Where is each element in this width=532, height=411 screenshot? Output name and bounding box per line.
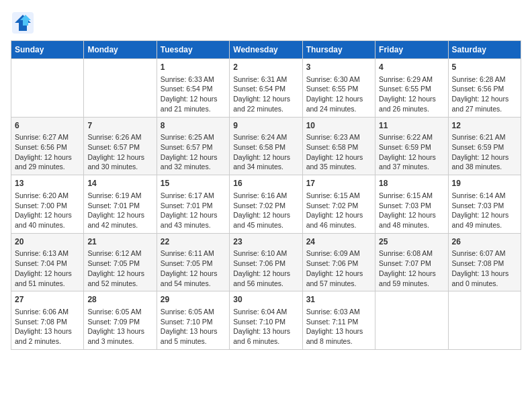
- calendar-cell: 7Sunrise: 6:26 AM Sunset: 6:57 PM Daylig…: [84, 117, 157, 175]
- day-number: 28: [87, 294, 152, 306]
- day-number: 10: [306, 120, 371, 132]
- day-info: Sunrise: 6:05 AM Sunset: 7:09 PM Dayligh…: [87, 307, 152, 347]
- day-info: Sunrise: 6:11 AM Sunset: 7:05 PM Dayligh…: [161, 248, 226, 288]
- calendar-cell: 23Sunrise: 6:10 AM Sunset: 7:06 PM Dayli…: [230, 233, 302, 291]
- calendar-week-row: 27Sunrise: 6:06 AM Sunset: 7:08 PM Dayli…: [11, 291, 521, 350]
- day-info: Sunrise: 6:05 AM Sunset: 7:10 PM Dayligh…: [161, 307, 226, 347]
- day-number: 16: [233, 178, 298, 189]
- day-info: Sunrise: 6:29 AM Sunset: 6:55 PM Dayligh…: [379, 75, 444, 114]
- day-info: Sunrise: 6:09 AM Sunset: 7:06 PM Dayligh…: [306, 248, 371, 288]
- day-number: 20: [15, 236, 80, 248]
- day-info: Sunrise: 6:15 AM Sunset: 7:02 PM Dayligh…: [306, 191, 371, 230]
- calendar-cell: 10Sunrise: 6:23 AM Sunset: 6:58 PM Dayli…: [302, 117, 375, 175]
- calendar-cell: 17Sunrise: 6:15 AM Sunset: 7:02 PM Dayli…: [302, 175, 375, 234]
- day-info: Sunrise: 6:20 AM Sunset: 7:00 PM Dayligh…: [15, 191, 80, 230]
- calendar-cell: 14Sunrise: 6:19 AM Sunset: 7:01 PM Dayli…: [84, 175, 157, 234]
- calendar-cell: 26Sunrise: 6:07 AM Sunset: 7:08 PM Dayli…: [448, 233, 521, 291]
- calendar-cell: 25Sunrise: 6:08 AM Sunset: 7:07 PM Dayli…: [375, 233, 448, 291]
- logo: [11, 11, 38, 35]
- calendar-cell: 30Sunrise: 6:04 AM Sunset: 7:10 PM Dayli…: [230, 291, 302, 350]
- day-of-week-header: Wednesday: [230, 41, 302, 59]
- day-info: Sunrise: 6:08 AM Sunset: 7:07 PM Dayligh…: [379, 248, 444, 288]
- day-number: 23: [233, 236, 298, 248]
- calendar-cell: 8Sunrise: 6:25 AM Sunset: 6:57 PM Daylig…: [157, 117, 229, 175]
- day-info: Sunrise: 6:28 AM Sunset: 6:56 PM Dayligh…: [452, 75, 517, 114]
- day-info: Sunrise: 6:21 AM Sunset: 6:59 PM Dayligh…: [452, 132, 517, 172]
- day-info: Sunrise: 6:27 AM Sunset: 6:56 PM Dayligh…: [15, 132, 80, 172]
- day-info: Sunrise: 6:13 AM Sunset: 7:04 PM Dayligh…: [15, 248, 80, 288]
- day-info: Sunrise: 6:33 AM Sunset: 6:54 PM Dayligh…: [161, 75, 226, 114]
- day-number: 24: [306, 236, 371, 248]
- calendar-cell: 19Sunrise: 6:14 AM Sunset: 7:03 PM Dayli…: [448, 175, 521, 234]
- day-number: 1: [161, 62, 226, 73]
- day-number: 12: [452, 120, 517, 132]
- day-info: Sunrise: 6:12 AM Sunset: 7:05 PM Dayligh…: [87, 248, 152, 288]
- day-number: 31: [306, 294, 371, 306]
- calendar-cell: [11, 59, 84, 118]
- calendar-cell: 31Sunrise: 6:03 AM Sunset: 7:11 PM Dayli…: [302, 291, 375, 350]
- day-number: 9: [233, 120, 298, 132]
- day-number: 15: [161, 178, 226, 189]
- day-number: 2: [233, 62, 298, 73]
- day-info: Sunrise: 6:30 AM Sunset: 6:55 PM Dayligh…: [306, 75, 371, 114]
- calendar-cell: 4Sunrise: 6:29 AM Sunset: 6:55 PM Daylig…: [375, 59, 448, 118]
- calendar-cell: 11Sunrise: 6:22 AM Sunset: 6:59 PM Dayli…: [375, 117, 448, 175]
- calendar-cell: 24Sunrise: 6:09 AM Sunset: 7:06 PM Dayli…: [302, 233, 375, 291]
- day-of-week-header: Sunday: [11, 41, 84, 59]
- day-number: 7: [87, 120, 152, 132]
- calendar-cell: 28Sunrise: 6:05 AM Sunset: 7:09 PM Dayli…: [84, 291, 157, 350]
- day-number: 11: [379, 120, 444, 132]
- day-info: Sunrise: 6:07 AM Sunset: 7:08 PM Dayligh…: [452, 248, 517, 288]
- day-of-week-header: Tuesday: [157, 41, 229, 59]
- calendar-cell: 18Sunrise: 6:15 AM Sunset: 7:03 PM Dayli…: [375, 175, 448, 234]
- day-info: Sunrise: 6:10 AM Sunset: 7:06 PM Dayligh…: [233, 248, 298, 288]
- day-number: 19: [452, 178, 517, 189]
- calendar-header-row: SundayMondayTuesdayWednesdayThursdayFrid…: [11, 41, 521, 59]
- day-number: 25: [379, 236, 444, 248]
- day-info: Sunrise: 6:03 AM Sunset: 7:11 PM Dayligh…: [306, 307, 371, 347]
- page-header: [11, 11, 521, 35]
- day-info: Sunrise: 6:17 AM Sunset: 7:01 PM Dayligh…: [161, 191, 226, 230]
- calendar-cell: 5Sunrise: 6:28 AM Sunset: 6:56 PM Daylig…: [448, 59, 521, 118]
- calendar-cell: 16Sunrise: 6:16 AM Sunset: 7:02 PM Dayli…: [230, 175, 302, 234]
- day-number: 5: [452, 62, 517, 73]
- calendar-cell: [448, 291, 521, 350]
- calendar-cell: 13Sunrise: 6:20 AM Sunset: 7:00 PM Dayli…: [11, 175, 84, 234]
- calendar-cell: 3Sunrise: 6:30 AM Sunset: 6:55 PM Daylig…: [302, 59, 375, 118]
- day-info: Sunrise: 6:06 AM Sunset: 7:08 PM Dayligh…: [15, 307, 80, 347]
- day-of-week-header: Friday: [375, 41, 448, 59]
- calendar-cell: 22Sunrise: 6:11 AM Sunset: 7:05 PM Dayli…: [157, 233, 229, 291]
- day-of-week-header: Monday: [84, 41, 157, 59]
- day-number: 29: [161, 294, 226, 306]
- calendar-cell: 1Sunrise: 6:33 AM Sunset: 6:54 PM Daylig…: [157, 59, 229, 118]
- day-number: 26: [452, 236, 517, 248]
- day-number: 21: [87, 236, 152, 248]
- calendar-cell: 27Sunrise: 6:06 AM Sunset: 7:08 PM Dayli…: [11, 291, 84, 350]
- day-info: Sunrise: 6:26 AM Sunset: 6:57 PM Dayligh…: [87, 132, 152, 172]
- calendar-cell: 29Sunrise: 6:05 AM Sunset: 7:10 PM Dayli…: [157, 291, 229, 350]
- day-info: Sunrise: 6:31 AM Sunset: 6:54 PM Dayligh…: [233, 75, 298, 114]
- day-number: 13: [15, 178, 80, 189]
- day-info: Sunrise: 6:16 AM Sunset: 7:02 PM Dayligh…: [233, 191, 298, 230]
- day-number: 27: [15, 294, 80, 306]
- logo-icon: [11, 11, 35, 35]
- calendar-cell: 20Sunrise: 6:13 AM Sunset: 7:04 PM Dayli…: [11, 233, 84, 291]
- calendar-week-row: 1Sunrise: 6:33 AM Sunset: 6:54 PM Daylig…: [11, 59, 521, 118]
- calendar-cell: 9Sunrise: 6:24 AM Sunset: 6:58 PM Daylig…: [230, 117, 302, 175]
- day-info: Sunrise: 6:23 AM Sunset: 6:58 PM Dayligh…: [306, 132, 371, 172]
- day-number: 8: [161, 120, 226, 132]
- calendar-cell: 12Sunrise: 6:21 AM Sunset: 6:59 PM Dayli…: [448, 117, 521, 175]
- day-number: 6: [15, 120, 80, 132]
- calendar-cell: 21Sunrise: 6:12 AM Sunset: 7:05 PM Dayli…: [84, 233, 157, 291]
- day-number: 30: [233, 294, 298, 306]
- day-number: 14: [87, 178, 152, 189]
- calendar-cell: 6Sunrise: 6:27 AM Sunset: 6:56 PM Daylig…: [11, 117, 84, 175]
- day-of-week-header: Saturday: [448, 41, 521, 59]
- day-number: 3: [306, 62, 371, 73]
- calendar-week-row: 13Sunrise: 6:20 AM Sunset: 7:00 PM Dayli…: [11, 175, 521, 234]
- day-of-week-header: Thursday: [302, 41, 375, 59]
- day-number: 4: [379, 62, 444, 73]
- day-info: Sunrise: 6:15 AM Sunset: 7:03 PM Dayligh…: [379, 191, 444, 230]
- day-info: Sunrise: 6:25 AM Sunset: 6:57 PM Dayligh…: [161, 132, 226, 172]
- day-info: Sunrise: 6:24 AM Sunset: 6:58 PM Dayligh…: [233, 132, 298, 172]
